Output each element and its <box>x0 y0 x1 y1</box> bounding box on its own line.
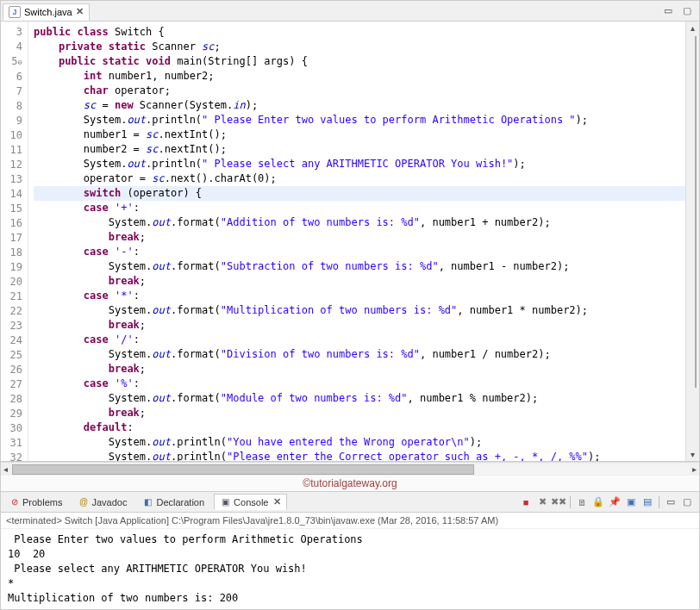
code-line[interactable]: case '-': <box>34 245 685 259</box>
code-line[interactable]: System.out.format("Module of two numbers… <box>34 391 685 406</box>
console-output[interactable]: Please Enter two values to perform Arith… <box>1 529 699 609</box>
tab-declaration[interactable]: ◧ Declaration <box>136 494 210 510</box>
open-console-icon[interactable]: ▤ <box>641 495 654 509</box>
code-editor[interactable]: public class Switch { private static Sca… <box>28 22 685 461</box>
line-number: 17 <box>4 231 22 246</box>
pin-console-icon[interactable]: 📌 <box>608 495 622 509</box>
line-number: 23 <box>4 319 22 333</box>
vertical-scroll-thumb[interactable] <box>695 36 697 388</box>
scroll-down-arrow-icon[interactable]: ▾ <box>691 448 695 461</box>
tab-declaration-label: Declaration <box>156 497 204 507</box>
horizontal-scroll-thumb[interactable] <box>12 464 474 475</box>
remove-launch-icon[interactable]: ✖ <box>535 495 549 509</box>
line-number: 26 <box>4 363 22 377</box>
horizontal-scroll-track[interactable] <box>10 464 690 475</box>
line-number: 29 <box>4 407 22 421</box>
display-selected-console-icon[interactable]: ▣ <box>624 495 638 509</box>
maximize-view-icon[interactable]: ▢ <box>680 495 694 509</box>
vertical-scrollbar[interactable]: ▴ ▾ <box>685 22 699 461</box>
line-number-gutter: 345⊖678910111213141516171819202122232425… <box>1 22 28 461</box>
code-line[interactable]: private static Scanner sc; <box>34 40 685 54</box>
tab-problems-label: Problems <box>22 497 62 507</box>
line-number: 10 <box>4 128 22 143</box>
code-line[interactable]: case '*': <box>34 289 685 303</box>
code-line[interactable]: System.out.println(" Please Enter two va… <box>34 113 685 128</box>
minimize-view-icon[interactable]: ▭ <box>664 495 678 509</box>
line-number: 28 <box>4 392 22 407</box>
tab-problems[interactable]: ⊘ Problems <box>3 494 68 510</box>
console-icon: ▣ <box>220 496 231 507</box>
code-line[interactable]: System.out.format("Addition of two numbe… <box>34 215 685 230</box>
scroll-lock-icon[interactable]: 🔒 <box>591 495 605 509</box>
line-number: 32 <box>4 451 22 462</box>
code-line[interactable]: break; <box>34 406 685 420</box>
code-line[interactable]: int number1, number2; <box>34 69 685 84</box>
code-line[interactable]: System.out.format("Division of two numbe… <box>34 347 685 362</box>
code-line[interactable]: break; <box>34 230 685 245</box>
code-line[interactable]: number1 = sc.nextInt(); <box>34 128 685 142</box>
editor-area: 345⊖678910111213141516171819202122232425… <box>1 22 699 462</box>
editor-tab-bar: J Switch.java ✕ ▭ ▢ <box>1 1 699 22</box>
clear-console-icon[interactable]: 🗎 <box>575 495 589 509</box>
line-number: 5⊖ <box>4 54 22 70</box>
javadoc-icon: @ <box>78 496 89 507</box>
terminate-icon[interactable]: ■ <box>519 495 533 509</box>
tab-console-label: Console <box>234 497 268 507</box>
declaration-icon: ◧ <box>142 496 153 507</box>
code-line[interactable]: break; <box>34 362 685 377</box>
close-console-tab-icon[interactable]: ✕ <box>273 496 281 507</box>
line-number: 11 <box>4 143 22 158</box>
line-number: 9 <box>4 114 22 128</box>
line-number: 22 <box>4 304 22 319</box>
editor-tab-switch-java[interactable]: J Switch.java ✕ <box>3 3 90 21</box>
remove-all-terminated-icon[interactable]: ✖✖ <box>552 495 566 509</box>
code-line[interactable]: char operator; <box>34 84 685 98</box>
code-line[interactable]: number2 = sc.nextInt(); <box>34 142 685 157</box>
code-line[interactable]: sc = new Scanner(System.in); <box>34 98 685 113</box>
minimize-icon[interactable]: ▭ <box>661 4 675 18</box>
line-number: 8 <box>4 99 22 114</box>
tab-javadoc-label: Javadoc <box>91 497 127 507</box>
code-line[interactable]: break; <box>34 274 685 289</box>
code-line[interactable]: operator = sc.next().charAt(0); <box>34 171 685 186</box>
line-number: 16 <box>4 216 22 231</box>
line-number: 13 <box>4 172 22 187</box>
code-line[interactable]: break; <box>34 318 685 333</box>
code-line[interactable]: case '+': <box>34 201 685 215</box>
code-line[interactable]: public class Switch { <box>34 25 685 40</box>
line-number: 30 <box>4 421 22 436</box>
code-line[interactable]: case '/': <box>34 333 685 347</box>
code-line[interactable]: System.out.println("Please enter the Cor… <box>34 450 685 461</box>
line-number: 21 <box>4 289 22 304</box>
scroll-up-arrow-icon[interactable]: ▴ <box>691 22 695 34</box>
line-number: 18 <box>4 246 22 260</box>
bottom-pane: ⊘ Problems @ Javadoc ◧ Declaration ▣ Con… <box>1 491 699 609</box>
tab-console[interactable]: ▣ Console ✕ <box>214 494 287 510</box>
code-line[interactable]: System.out.format("Subtraction of two nu… <box>34 259 685 274</box>
horizontal-scrollbar[interactable]: ◂ ▸ <box>1 462 699 476</box>
line-number: 24 <box>4 333 22 348</box>
scroll-left-arrow-icon[interactable]: ◂ <box>1 464 10 474</box>
line-number: 3 <box>4 25 22 40</box>
console-toolbar: ■ ✖ ✖✖ 🗎 🔒 📌 ▣ ▤ ▭ ▢ <box>519 495 699 509</box>
code-line[interactable]: case '%': <box>34 377 685 391</box>
java-file-icon: J <box>9 6 21 18</box>
line-number: 6 <box>4 70 22 84</box>
tab-javadoc[interactable]: @ Javadoc <box>72 494 133 510</box>
scroll-right-arrow-icon[interactable]: ▸ <box>690 464 699 474</box>
line-number: 31 <box>4 436 22 451</box>
line-number: 4 <box>4 40 22 54</box>
code-line[interactable]: System.out.println(" Please select any A… <box>34 157 685 171</box>
editor-tab-title: Switch.java <box>24 7 72 17</box>
code-line[interactable]: System.out.println("You have entered the… <box>34 435 685 450</box>
code-line[interactable]: switch (operator) { <box>34 186 685 201</box>
code-line[interactable]: default: <box>34 420 685 435</box>
console-process-header: <terminated> Switch [Java Application] C… <box>1 513 699 529</box>
bottom-view-tabs: ⊘ Problems @ Javadoc ◧ Declaration ▣ Con… <box>1 492 699 513</box>
maximize-icon[interactable]: ▢ <box>680 4 694 18</box>
close-tab-icon[interactable]: ✕ <box>76 6 84 17</box>
watermark-text: ©tutorialgateway.org <box>1 476 699 491</box>
code-line[interactable]: public static void main(String[] args) { <box>34 54 685 69</box>
line-number: 20 <box>4 275 22 289</box>
code-line[interactable]: System.out.format("Multiplication of two… <box>34 303 685 318</box>
